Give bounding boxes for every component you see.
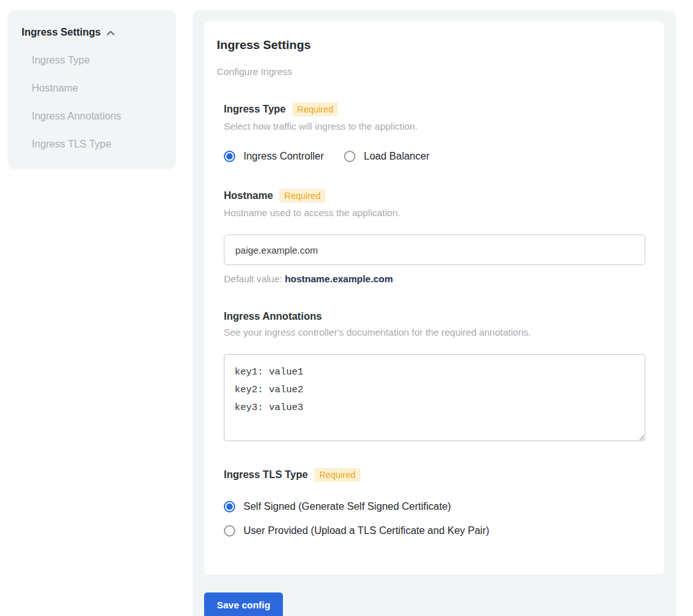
radio-icon[interactable] (344, 151, 355, 162)
radio-icon[interactable] (224, 501, 235, 512)
section-ingress-tls-type: Ingress TLS Type Required Self Signed (G… (224, 468, 645, 537)
section-ingress-annotations: Ingress Annotations See your ingress con… (224, 311, 645, 441)
section-label-ingress-tls-type: Ingress TLS Type (224, 469, 308, 481)
required-badge: Required (314, 468, 360, 482)
radio-label: Ingress Controller (244, 151, 324, 162)
required-badge: Required (279, 189, 326, 203)
radio-label: Self Signed (Generate Self Signed Certif… (244, 501, 451, 512)
section-label-hostname: Hostname (224, 190, 273, 202)
section-ingress-type: Ingress Type Required Select how traffic… (224, 102, 645, 162)
page-title: Ingress Settings (217, 38, 645, 52)
section-description: Select how traffic will ingress to the a… (224, 121, 645, 132)
save-config-button[interactable]: Save config (204, 592, 283, 616)
radio-icon[interactable] (224, 525, 235, 537)
radio-label: User Provided (Upload a TLS Certificate … (244, 525, 490, 537)
section-heading: Ingress Type Required (224, 102, 645, 116)
section-heading: Ingress Annotations (224, 311, 645, 322)
radio-option-self-signed[interactable]: Self Signed (Generate Self Signed Certif… (224, 501, 645, 512)
ingress-settings-card: Ingress Settings Configure Ingress Ingre… (204, 22, 664, 575)
section-label-ingress-type: Ingress Type (224, 104, 286, 115)
sidebar-item-hostname[interactable]: Hostname (32, 83, 162, 94)
sidebar-item-ingress-type[interactable]: Ingress Type (32, 55, 162, 66)
sidebar-item-ingress-annotations[interactable]: Ingress Annotations (32, 111, 162, 122)
form-sections: Ingress Type Required Select how traffic… (224, 102, 645, 537)
section-description: See your ingress controller's documentat… (224, 327, 645, 338)
section-label-ingress-annotations: Ingress Annotations (224, 311, 322, 322)
hostname-input[interactable] (224, 235, 645, 265)
hostname-default-value: Default value: hostname.example.com (224, 273, 645, 284)
section-description: Hostname used to access the application. (224, 207, 645, 218)
tls-type-radio-group: Self Signed (Generate Self Signed Certif… (224, 501, 645, 537)
radio-option-load-balancer[interactable]: Load Balancer (344, 151, 429, 162)
sidebar-group-label: Ingress Settings (22, 27, 100, 38)
default-value-prefix: Default value: (224, 273, 282, 284)
sidebar-item-ingress-tls-type[interactable]: Ingress TLS Type (32, 139, 162, 150)
required-badge: Required (292, 102, 339, 116)
sidebar: Ingress Settings Ingress Type Hostname I… (8, 10, 176, 169)
ingress-type-radio-group: Ingress Controller Load Balancer (224, 151, 645, 162)
sidebar-group-ingress-settings[interactable]: Ingress Settings (22, 27, 162, 38)
chevron-up-icon (106, 28, 116, 38)
default-value-text: hostname.example.com (285, 273, 393, 284)
ingress-annotations-textarea[interactable]: key1: value1 key2: value2 key3: value3 (224, 354, 645, 441)
main-panel: Ingress Settings Configure Ingress Ingre… (193, 10, 676, 616)
radio-label: Load Balancer (364, 151, 429, 162)
radio-option-ingress-controller[interactable]: Ingress Controller (224, 151, 324, 162)
section-heading: Hostname Required (224, 189, 645, 203)
page-subtitle: Configure Ingress (217, 66, 645, 77)
section-heading: Ingress TLS Type Required (224, 468, 645, 482)
radio-option-user-provided[interactable]: User Provided (Upload a TLS Certificate … (224, 525, 645, 537)
section-hostname: Hostname Required Hostname used to acces… (224, 189, 645, 284)
radio-icon[interactable] (224, 151, 235, 162)
sidebar-items: Ingress Type Hostname Ingress Annotation… (22, 55, 162, 150)
page: Ingress Settings Ingress Type Hostname I… (0, 0, 693, 616)
